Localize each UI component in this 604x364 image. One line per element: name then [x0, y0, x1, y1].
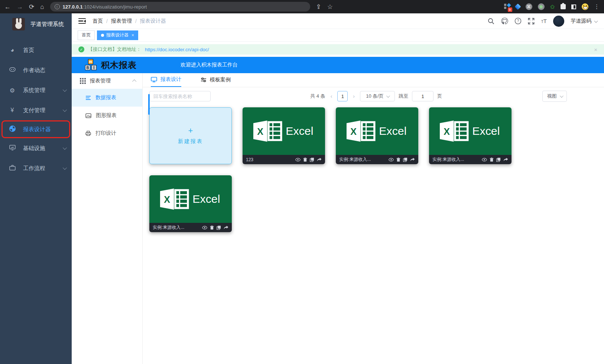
sidebar-collapse-icon[interactable]: [78, 18, 86, 24]
chevron-down-icon: [63, 166, 67, 170]
tag-home[interactable]: 首页: [78, 30, 95, 40]
extension-grid-icon[interactable]: 9: [504, 4, 510, 10]
plus-icon: +: [188, 127, 193, 135]
view-mode-button[interactable]: 视图: [542, 91, 567, 102]
excel-wordmark: Excel: [379, 125, 406, 137]
sidebar-item-author[interactable]: 作者动态: [0, 60, 72, 80]
share-icon[interactable]: ⇪: [316, 4, 321, 10]
address-bar[interactable]: i 127.0.0.1:1024/visualization/jimu-repo…: [50, 2, 310, 12]
sidebar-item-payment[interactable]: ¥ 支付管理: [0, 100, 72, 120]
delete-trash-icon[interactable]: [303, 157, 307, 162]
svg-text:X: X: [444, 126, 450, 137]
browser-forward-icon[interactable]: →: [17, 4, 23, 10]
preview-eye-icon[interactable]: [295, 158, 301, 162]
extension-kite-icon[interactable]: [514, 4, 521, 10]
gear-icon: ⚙: [9, 87, 16, 94]
app-logo-image: [12, 18, 25, 30]
share-arrow-icon[interactable]: [224, 225, 228, 230]
sidebar-item-infra[interactable]: 基础设施: [0, 138, 72, 158]
panel-item-chart-report[interactable]: 图形报表: [72, 107, 142, 124]
browser-reload-icon[interactable]: ⟳: [29, 4, 34, 10]
share-arrow-icon[interactable]: [503, 157, 508, 162]
report-card[interactable]: X Excel 实例:来源收入...: [149, 175, 232, 232]
user-menu-caret-icon[interactable]: [594, 19, 598, 23]
dashboard-icon: ◕: [9, 47, 16, 53]
search-icon[interactable]: [488, 17, 495, 25]
sidebar-item-report-designer[interactable]: 报表设计器: [1, 120, 70, 138]
browser-menu-icon[interactable]: ⋮: [594, 3, 600, 10]
panel-item-print-design[interactable]: 打印设计: [72, 124, 142, 142]
alert-close-icon[interactable]: ×: [594, 46, 597, 53]
excel-wordmark: Excel: [286, 125, 313, 137]
delete-trash-icon[interactable]: [396, 157, 400, 162]
api-doc-link[interactable]: https://doc.iocoder.cn/api-doc/: [145, 47, 209, 52]
breadcrumb-report-mgmt[interactable]: 报表管理: [111, 18, 132, 25]
next-page-icon[interactable]: ›: [351, 93, 356, 99]
help-icon[interactable]: ?: [514, 17, 522, 25]
extension-command-icon[interactable]: ⌘: [526, 3, 532, 10]
tab-template-examples[interactable]: 模板案例: [201, 73, 231, 87]
sidebar-item-home[interactable]: ◕ 首页: [0, 40, 72, 60]
report-card[interactable]: X Excel 实例:来源收入...: [336, 107, 418, 164]
preview-eye-icon[interactable]: [202, 226, 207, 230]
copy-icon[interactable]: [403, 157, 407, 162]
extension-emoji-icon[interactable]: [582, 3, 588, 10]
tab-report-design[interactable]: 报表设计: [151, 73, 181, 87]
browser-back-icon[interactable]: ←: [4, 4, 11, 10]
report-management-panel: 报表管理 数据报表 图形报表 打印设计: [72, 73, 143, 364]
excel-wordmark: Excel: [192, 193, 220, 205]
panel-header[interactable]: 报表管理: [72, 73, 142, 89]
extension-dot-icon[interactable]: [538, 3, 545, 10]
browser-home-icon[interactable]: ⌂: [40, 4, 44, 10]
tag-close-icon[interactable]: ×: [131, 33, 134, 38]
preview-eye-icon[interactable]: [482, 158, 487, 162]
username[interactable]: 芋道源码: [571, 18, 591, 25]
scrollbar-thumb[interactable]: [148, 94, 150, 115]
app-logo[interactable]: 芋道管理系统: [0, 13, 72, 35]
excel-thumbnail: X Excel: [243, 107, 325, 155]
card-title: 123: [246, 157, 293, 162]
sidebar-item-workflow[interactable]: 工作流程: [0, 158, 72, 178]
copy-icon[interactable]: [310, 157, 314, 162]
delete-trash-icon[interactable]: [210, 225, 214, 230]
sidebar-item-system[interactable]: ⚙ 系统管理: [0, 80, 72, 100]
excel-logo: X Excel: [344, 119, 410, 143]
breadcrumb-home[interactable]: 首页: [92, 18, 103, 25]
share-arrow-icon[interactable]: [410, 157, 415, 162]
svg-text:X: X: [350, 126, 357, 137]
page-size-select[interactable]: 10 条/页: [360, 91, 395, 101]
page-label: 页: [437, 93, 442, 100]
avatar[interactable]: [553, 16, 564, 27]
tag-report-designer[interactable]: 报表设计器 ×: [97, 30, 138, 40]
jump-page-input[interactable]: [412, 91, 433, 101]
toolbar: 共 4 条 ‹ 1 › 10 条/页 跳至 页 视图: [143, 87, 604, 105]
extension-halfsquare-icon[interactable]: [571, 4, 576, 9]
browser-chrome: ← → ⟳ ⌂ i 127.0.0.1:1024/visualization/j…: [0, 0, 604, 13]
fullscreen-icon[interactable]: [528, 17, 535, 25]
site-info-icon[interactable]: i: [55, 4, 60, 9]
breadcrumb-current: 报表设计器: [140, 18, 166, 25]
prev-page-icon[interactable]: ‹: [329, 93, 334, 99]
delete-trash-icon[interactable]: [490, 157, 494, 162]
excel-logo: X Excel: [250, 119, 317, 143]
chevron-down-icon: [559, 94, 563, 98]
report-card[interactable]: X Excel 123: [243, 107, 325, 164]
search-input[interactable]: [149, 91, 211, 101]
card-footer: 实例:来源收入...: [149, 223, 232, 232]
copy-icon[interactable]: [496, 157, 501, 162]
font-size-icon[interactable]: TT: [541, 18, 547, 24]
new-report-card[interactable]: + 新建报表: [149, 107, 232, 164]
excel-logo: X Excel: [157, 187, 224, 211]
report-card[interactable]: X Excel 实例:来源收入...: [429, 107, 512, 164]
copy-icon[interactable]: [217, 225, 221, 230]
image-icon: [85, 113, 91, 118]
bookmark-star-icon[interactable]: ☆: [327, 4, 333, 10]
github-icon[interactable]: [501, 17, 508, 25]
panel-item-data-report[interactable]: 数据报表: [72, 89, 142, 107]
preview-eye-icon[interactable]: [389, 158, 394, 162]
extensions-puzzle-icon[interactable]: [561, 4, 566, 9]
share-arrow-icon[interactable]: [317, 157, 322, 162]
monitor-icon: [151, 77, 157, 82]
current-page[interactable]: 1: [337, 91, 348, 101]
extension-star-icon[interactable]: ✩: [550, 3, 555, 10]
